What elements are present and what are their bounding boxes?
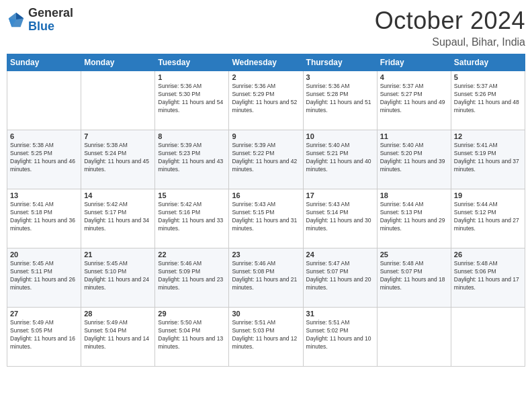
- day-info: Sunrise: 5:37 AMSunset: 5:27 PMDaylight:…: [380, 83, 448, 115]
- day-number: 10: [306, 132, 374, 140]
- day-cell: 20Sunrise: 5:45 AMSunset: 5:11 PMDayligh…: [7, 248, 81, 308]
- day-cell: 11Sunrise: 5:40 AMSunset: 5:20 PMDayligh…: [377, 130, 451, 189]
- day-cell: 10Sunrise: 5:40 AMSunset: 5:21 PMDayligh…: [303, 130, 377, 189]
- day-number: 9: [232, 132, 300, 140]
- day-cell: 17Sunrise: 5:43 AMSunset: 5:14 PMDayligh…: [303, 189, 377, 248]
- day-number: 16: [232, 191, 300, 199]
- week-row-0: 1Sunrise: 5:36 AMSunset: 5:30 PMDaylight…: [7, 71, 525, 130]
- day-number: 22: [158, 250, 226, 259]
- day-number: 3: [306, 73, 374, 81]
- day-info: Sunrise: 5:47 AMSunset: 5:07 PMDaylight:…: [306, 260, 374, 292]
- day-number: 24: [306, 250, 374, 259]
- month-title: October 2024: [375, 7, 525, 35]
- day-number: 1: [158, 73, 226, 81]
- day-number: 6: [10, 132, 78, 140]
- day-cell: [451, 308, 525, 367]
- day-info: Sunrise: 5:51 AMSunset: 5:02 PMDaylight:…: [306, 319, 374, 351]
- logo: General Blue: [7, 7, 73, 34]
- day-info: Sunrise: 5:49 AMSunset: 5:04 PMDaylight:…: [84, 319, 152, 351]
- day-cell: 2Sunrise: 5:36 AMSunset: 5:29 PMDaylight…: [229, 71, 303, 130]
- day-info: Sunrise: 5:44 AMSunset: 5:12 PMDaylight:…: [454, 201, 522, 233]
- logo-text: General Blue: [28, 7, 73, 34]
- day-info: Sunrise: 5:46 AMSunset: 5:09 PMDaylight:…: [158, 260, 226, 292]
- day-info: Sunrise: 5:40 AMSunset: 5:20 PMDaylight:…: [380, 142, 448, 174]
- day-info: Sunrise: 5:41 AMSunset: 5:18 PMDaylight:…: [10, 201, 78, 233]
- day-info: Sunrise: 5:43 AMSunset: 5:14 PMDaylight:…: [306, 201, 374, 233]
- calendar-body: 1Sunrise: 5:36 AMSunset: 5:30 PMDaylight…: [7, 71, 525, 367]
- day-cell: 25Sunrise: 5:48 AMSunset: 5:07 PMDayligh…: [377, 248, 451, 308]
- day-cell: 29Sunrise: 5:50 AMSunset: 5:04 PMDayligh…: [155, 308, 229, 367]
- col-monday: Monday: [81, 54, 155, 71]
- day-info: Sunrise: 5:43 AMSunset: 5:15 PMDaylight:…: [232, 201, 300, 233]
- day-number: 8: [158, 132, 226, 140]
- col-thursday: Thursday: [303, 54, 377, 71]
- day-cell: 4Sunrise: 5:37 AMSunset: 5:27 PMDaylight…: [377, 71, 451, 130]
- col-wednesday: Wednesday: [229, 54, 303, 71]
- day-cell: 27Sunrise: 5:49 AMSunset: 5:05 PMDayligh…: [7, 308, 81, 367]
- day-cell: 12Sunrise: 5:41 AMSunset: 5:19 PMDayligh…: [451, 130, 525, 189]
- calendar-header: Sunday Monday Tuesday Wednesday Thursday…: [7, 54, 525, 71]
- day-info: Sunrise: 5:45 AMSunset: 5:11 PMDaylight:…: [10, 260, 78, 292]
- day-cell: 8Sunrise: 5:39 AMSunset: 5:23 PMDaylight…: [155, 130, 229, 189]
- day-number: 19: [454, 191, 522, 199]
- day-number: 13: [10, 191, 78, 199]
- day-cell: 28Sunrise: 5:49 AMSunset: 5:04 PMDayligh…: [81, 308, 155, 367]
- week-row-3: 20Sunrise: 5:45 AMSunset: 5:11 PMDayligh…: [7, 248, 525, 308]
- day-number: 12: [454, 132, 522, 140]
- day-number: 23: [232, 250, 300, 259]
- day-info: Sunrise: 5:44 AMSunset: 5:13 PMDaylight:…: [380, 201, 448, 233]
- week-row-4: 27Sunrise: 5:49 AMSunset: 5:05 PMDayligh…: [7, 308, 525, 367]
- col-saturday: Saturday: [451, 54, 525, 71]
- day-info: Sunrise: 5:48 AMSunset: 5:06 PMDaylight:…: [454, 260, 522, 292]
- day-cell: 5Sunrise: 5:37 AMSunset: 5:26 PMDaylight…: [451, 71, 525, 130]
- col-friday: Friday: [377, 54, 451, 71]
- day-info: Sunrise: 5:49 AMSunset: 5:05 PMDaylight:…: [10, 319, 78, 351]
- week-row-2: 13Sunrise: 5:41 AMSunset: 5:18 PMDayligh…: [7, 189, 525, 248]
- logo-general: General: [28, 7, 73, 20]
- day-number: 5: [454, 73, 522, 81]
- calendar-table: Sunday Monday Tuesday Wednesday Thursday…: [7, 54, 525, 367]
- day-info: Sunrise: 5:42 AMSunset: 5:17 PMDaylight:…: [84, 201, 152, 233]
- day-info: Sunrise: 5:36 AMSunset: 5:28 PMDaylight:…: [306, 83, 374, 115]
- day-number: 14: [84, 191, 152, 199]
- day-info: Sunrise: 5:40 AMSunset: 5:21 PMDaylight:…: [306, 142, 374, 174]
- logo-icon: [7, 11, 26, 30]
- header-row: Sunday Monday Tuesday Wednesday Thursday…: [7, 54, 525, 71]
- day-info: Sunrise: 5:38 AMSunset: 5:25 PMDaylight:…: [10, 142, 78, 174]
- col-tuesday: Tuesday: [155, 54, 229, 71]
- week-row-1: 6Sunrise: 5:38 AMSunset: 5:25 PMDaylight…: [7, 130, 525, 189]
- title-block: October 2024 Supaul, Bihar, India: [375, 7, 525, 48]
- day-number: 18: [380, 191, 448, 199]
- day-info: Sunrise: 5:41 AMSunset: 5:19 PMDaylight:…: [454, 142, 522, 174]
- day-info: Sunrise: 5:37 AMSunset: 5:26 PMDaylight:…: [454, 83, 522, 115]
- day-info: Sunrise: 5:36 AMSunset: 5:30 PMDaylight:…: [158, 83, 226, 115]
- day-cell: 1Sunrise: 5:36 AMSunset: 5:30 PMDaylight…: [155, 71, 229, 130]
- day-number: 11: [380, 132, 448, 140]
- day-cell: 16Sunrise: 5:43 AMSunset: 5:15 PMDayligh…: [229, 189, 303, 248]
- day-number: 7: [84, 132, 152, 140]
- day-number: 17: [306, 191, 374, 199]
- day-info: Sunrise: 5:39 AMSunset: 5:22 PMDaylight:…: [232, 142, 300, 174]
- day-cell: 26Sunrise: 5:48 AMSunset: 5:06 PMDayligh…: [451, 248, 525, 308]
- day-cell: 13Sunrise: 5:41 AMSunset: 5:18 PMDayligh…: [7, 189, 81, 248]
- day-cell: 23Sunrise: 5:46 AMSunset: 5:08 PMDayligh…: [229, 248, 303, 308]
- page: General Blue October 2024 Supaul, Bihar,…: [0, 0, 532, 411]
- day-number: 27: [10, 310, 78, 318]
- day-number: 26: [454, 250, 522, 259]
- day-number: 2: [232, 73, 300, 81]
- day-number: 30: [232, 310, 300, 318]
- day-number: 4: [380, 73, 448, 81]
- day-cell: 6Sunrise: 5:38 AMSunset: 5:25 PMDaylight…: [7, 130, 81, 189]
- day-cell: 30Sunrise: 5:51 AMSunset: 5:03 PMDayligh…: [229, 308, 303, 367]
- logo-blue: Blue: [28, 20, 73, 34]
- header: General Blue October 2024 Supaul, Bihar,…: [7, 7, 525, 48]
- day-number: 28: [84, 310, 152, 318]
- day-info: Sunrise: 5:45 AMSunset: 5:10 PMDaylight:…: [84, 260, 152, 292]
- day-info: Sunrise: 5:48 AMSunset: 5:07 PMDaylight:…: [380, 260, 448, 292]
- day-cell: 15Sunrise: 5:42 AMSunset: 5:16 PMDayligh…: [155, 189, 229, 248]
- day-info: Sunrise: 5:36 AMSunset: 5:29 PMDaylight:…: [232, 83, 300, 115]
- day-number: 15: [158, 191, 226, 199]
- location-title: Supaul, Bihar, India: [375, 36, 525, 48]
- day-info: Sunrise: 5:46 AMSunset: 5:08 PMDaylight:…: [232, 260, 300, 292]
- day-number: 31: [306, 310, 374, 318]
